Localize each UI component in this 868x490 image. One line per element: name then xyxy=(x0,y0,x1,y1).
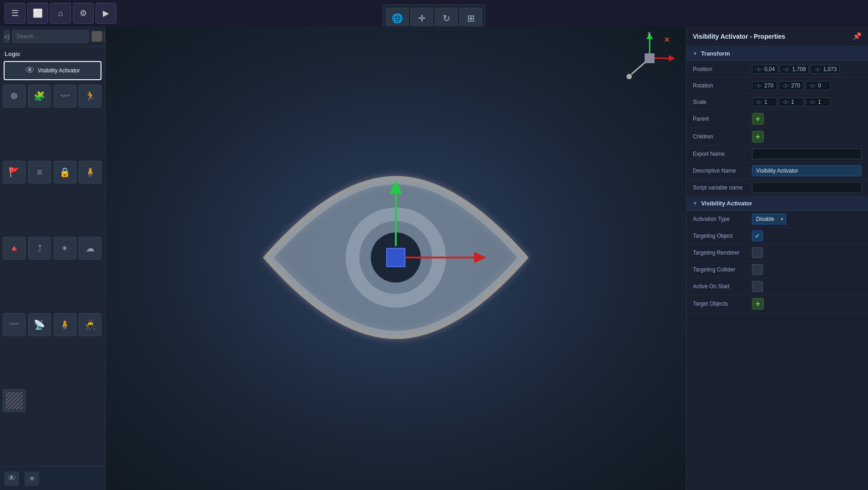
descriptive-name-input[interactable] xyxy=(752,165,862,176)
activation-type-value: Disable Enable Toggle xyxy=(752,214,862,225)
rotate-tool-button[interactable]: ↻ xyxy=(435,8,458,29)
activation-type-select[interactable]: Disable Enable Toggle xyxy=(752,214,786,225)
selected-item-label: Visibility Activator xyxy=(38,67,80,74)
add-target-objects-button[interactable]: + xyxy=(752,298,764,310)
targeting-object-row: Targeting Object ✔ xyxy=(686,228,868,245)
grid-item-14[interactable]: 📡 xyxy=(28,313,51,336)
left-panel-header: ◁ xyxy=(0,26,105,47)
close-gizmo-button[interactable]: ✕ xyxy=(664,36,670,44)
active-on-start-row: Active On Start xyxy=(686,278,868,295)
position-label: Position xyxy=(693,66,752,72)
scale-x-arrows: ◁▷ xyxy=(755,99,762,104)
scale-y-input[interactable]: ◁▷ 1 xyxy=(779,97,804,107)
play-button[interactable]: ▶ xyxy=(96,3,116,24)
scale-z-value: 1 xyxy=(818,99,821,105)
position-x-input[interactable]: ◁▷ 0,04 xyxy=(752,65,778,74)
bottom-bar-left: 👁 ✴ xyxy=(0,466,105,490)
position-row: Position ◁▷ 0,04 ◁▷ 1,708 ◁▷ 1,073 xyxy=(686,61,868,77)
position-y-value: 1,708 xyxy=(792,66,806,72)
settings-button[interactable]: ⚙ xyxy=(73,3,94,24)
search-input[interactable] xyxy=(12,30,89,43)
transform-arrow-icon: ▼ xyxy=(693,51,697,56)
grid-item-2[interactable]: 🧩 xyxy=(28,85,51,107)
list-view-button[interactable] xyxy=(91,31,102,42)
add-children-button[interactable]: + xyxy=(752,131,764,143)
targeting-collider-checkbox[interactable] xyxy=(752,264,763,275)
target-objects-label: Target Objects xyxy=(693,301,752,307)
targeting-collider-label: Targeting Collider xyxy=(693,266,752,273)
menu-button[interactable]: ☰ xyxy=(5,3,25,24)
move-tool-button[interactable]: ✛ xyxy=(410,8,433,29)
orientation-gizmo[interactable]: y ✕ xyxy=(622,31,677,87)
eye-object[interactable] xyxy=(255,167,537,350)
globe-tool-button[interactable]: 🌐 xyxy=(386,8,409,29)
scale-z-input[interactable]: ◁▷ 1 xyxy=(806,97,831,107)
grid-item-9[interactable]: 🔺 xyxy=(3,237,25,260)
home-button[interactable]: ⌂ xyxy=(50,3,71,24)
position-z-value: 1,073 xyxy=(823,66,837,72)
grid-item-6[interactable]: ≡ xyxy=(28,161,51,184)
grid-item-10[interactable]: ⤴ xyxy=(28,237,51,260)
rotation-label: Rotation xyxy=(693,82,752,89)
items-grid: ☸ 🧩 〰 🏃 🚩 ≡ 🔒 🧍 🔺 ⤴ ✴ ☁ 〰 📡 🧍 🥷 xyxy=(0,82,105,466)
spinner-bottom-icon[interactable]: ✴ xyxy=(25,471,39,486)
descriptive-name-value xyxy=(752,165,862,176)
targeting-object-label: Targeting Object xyxy=(693,233,752,239)
targeting-renderer-row: Targeting Renderer xyxy=(686,245,868,261)
back-button[interactable]: ◁ xyxy=(4,30,10,43)
position-x-value: 0,04 xyxy=(764,66,775,72)
pin-button[interactable]: 📌 xyxy=(853,32,862,41)
export-name-value xyxy=(752,148,862,159)
rotation-z-arrows: ◁▷ xyxy=(809,83,816,88)
active-on-start-checkbox[interactable] xyxy=(752,281,763,292)
grid-item-12[interactable]: ☁ xyxy=(79,237,101,260)
viewport[interactable]: y ✕ xyxy=(106,26,686,490)
rotation-x-input[interactable]: ◁▷ 270 xyxy=(752,81,777,90)
children-row: Children + xyxy=(686,128,868,146)
scale-tool-button[interactable]: ⊞ xyxy=(459,8,482,29)
script-variable-input[interactable] xyxy=(752,182,862,193)
target-objects-row: Target Objects + xyxy=(686,295,868,313)
grid-item-11[interactable]: ✴ xyxy=(54,237,76,260)
grid-item-3[interactable]: 〰 xyxy=(54,85,76,107)
grid-item-13[interactable]: 〰 xyxy=(3,313,25,336)
export-name-row: Export Name xyxy=(686,146,868,163)
rotation-z-input[interactable]: ◁▷ 0 xyxy=(806,81,831,90)
position-z-input[interactable]: ◁▷ 1,073 xyxy=(811,65,840,74)
grid-item-16[interactable]: 🥷 xyxy=(79,313,101,336)
eye-svg xyxy=(255,167,537,349)
eye-bottom-icon[interactable]: 👁 xyxy=(5,471,19,486)
grid-item-1[interactable]: ☸ xyxy=(3,85,25,107)
grid-item-15[interactable]: 🧍 xyxy=(54,313,76,336)
targeting-object-checkbox[interactable]: ✔ xyxy=(752,230,763,241)
grid-item-8[interactable]: 🧍 xyxy=(79,161,101,184)
targeting-renderer-label: Targeting Renderer xyxy=(693,250,752,256)
visibility-activator-section-header[interactable]: ▼ Visibility Activator xyxy=(686,196,868,211)
position-y-input[interactable]: ◁▷ 1,708 xyxy=(780,65,809,74)
rotation-x-arrows: ◁▷ xyxy=(755,83,762,88)
grid-item-4[interactable]: 🏃 xyxy=(79,85,101,107)
activation-type-row: Activation Type Disable Enable Toggle xyxy=(686,211,868,228)
descriptive-name-label: Descriptive Name xyxy=(693,168,752,174)
grid-item-7[interactable]: 🔒 xyxy=(54,161,76,184)
rotation-y-input[interactable]: ◁▷ 270 xyxy=(779,81,804,90)
rotation-x-value: 270 xyxy=(764,82,773,89)
scale-x-input[interactable]: ◁▷ 1 xyxy=(752,97,777,107)
script-variable-row: Script variable name xyxy=(686,179,868,196)
script-variable-value xyxy=(752,182,862,193)
grid-item-5[interactable]: 🚩 xyxy=(3,161,25,184)
grid-item-17[interactable] xyxy=(3,389,25,412)
main-layout: ◁ Logic 👁 Visibility Activator ☸ 🧩 〰 🏃 🚩… xyxy=(0,26,868,490)
scale-z-arrows: ◁▷ xyxy=(809,99,816,104)
properties-title: Visibility Activator - Properties xyxy=(693,33,785,40)
targeting-renderer-checkbox[interactable] xyxy=(752,247,763,258)
scale-y-arrows: ◁▷ xyxy=(782,99,789,104)
selected-item[interactable]: 👁 Visibility Activator xyxy=(4,61,101,80)
export-name-input[interactable] xyxy=(752,148,862,159)
object-button[interactable]: ⬜ xyxy=(27,3,48,24)
transform-section-header[interactable]: ▼ Transform xyxy=(686,46,868,61)
parent-label: Parent xyxy=(693,116,752,122)
parent-value: + xyxy=(752,113,862,125)
add-parent-button[interactable]: + xyxy=(752,113,764,125)
position-x-arrows: ◁▷ xyxy=(755,66,762,71)
